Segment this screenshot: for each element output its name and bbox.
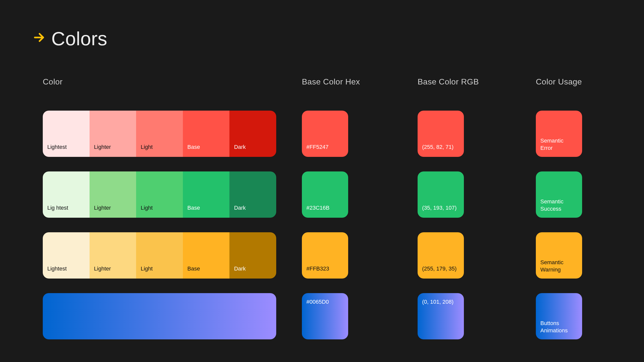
swatch-green-usage: SemanticSuccess	[536, 171, 582, 218]
shade-red-dark: Dark	[229, 111, 276, 157]
shade-green-base: Base	[183, 171, 230, 218]
shade-label: Dark	[234, 144, 246, 150]
rgb-value: (0, 101, 208)	[422, 299, 454, 305]
col-header-color: Color	[43, 77, 277, 86]
shade-label: Base	[187, 265, 200, 272]
swatch-gradient-usage: ButtonsAnimations	[536, 293, 582, 339]
shade-label: Lightest	[47, 265, 67, 272]
shade-yellow-lightest: Lightest	[43, 232, 90, 279]
palette-green: Lig htest Lighter Light Base Dark	[43, 171, 276, 218]
shade-label: Light	[141, 144, 153, 150]
usage-value: ButtonsAnimations	[540, 320, 568, 334]
shade-green-dark: Dark	[229, 171, 276, 218]
swatch-green-rgb: (35, 193, 107)	[418, 171, 464, 218]
shade-label: Base	[187, 205, 200, 211]
shade-green-lighter: Lighter	[90, 171, 136, 218]
shade-label: Base	[187, 144, 200, 150]
shade-label: Light	[141, 205, 153, 211]
shade-yellow-lighter: Lighter	[90, 232, 136, 279]
swatch-gradient-rgb: (0, 101, 208)	[418, 293, 464, 339]
swatch-green-hex: #23C16B	[302, 171, 348, 218]
swatch-red-hex: #FF5247	[302, 111, 348, 157]
shade-red-lightest: Lightest	[43, 111, 90, 157]
page-title: Colors	[51, 28, 107, 50]
swatch-red-rgb: (255, 82, 71)	[418, 111, 464, 157]
swatch-red-usage: SemanticError	[536, 111, 582, 157]
hex-value: #23C16B	[306, 205, 330, 211]
shade-yellow-light: Light	[136, 232, 183, 279]
arrow-right-icon	[33, 31, 45, 46]
hex-value: #0065D0	[306, 299, 329, 305]
shade-green-lightest: Lig htest	[43, 171, 90, 218]
shade-red-light: Light	[136, 111, 183, 157]
page-heading: Colors	[33, 28, 601, 50]
shade-red-base: Base	[183, 111, 230, 157]
hex-value: #FFB323	[306, 265, 329, 272]
shade-yellow-base: Base	[183, 232, 230, 279]
palette-yellow: Lightest Lighter Light Base Dark	[43, 232, 276, 279]
col-header-hex: Base Color Hex	[302, 77, 392, 86]
rgb-value: (255, 179, 35)	[422, 265, 457, 272]
swatch-yellow-usage: SemanticWarning	[536, 232, 582, 279]
shade-label: Lighter	[94, 265, 111, 272]
swatch-gradient-hex: #0065D0	[302, 293, 348, 339]
hex-value: #FF5247	[306, 144, 329, 150]
shade-label: Lighter	[94, 205, 111, 211]
shade-label: Lightest	[47, 144, 67, 150]
shade-label: Dark	[234, 265, 246, 272]
shade-yellow-dark: Dark	[229, 232, 276, 279]
swatch-yellow-rgb: (255, 179, 35)	[418, 232, 464, 279]
usage-value: SemanticError	[540, 137, 564, 152]
palette-red: Lightest Lighter Light Base Dark	[43, 111, 276, 157]
shade-label: Lig htest	[47, 205, 68, 211]
shade-red-lighter: Lighter	[90, 111, 136, 157]
shade-label: Light	[141, 265, 153, 272]
usage-value: SemanticWarning	[540, 259, 564, 274]
rgb-value: (255, 82, 71)	[422, 144, 454, 150]
rgb-value: (35, 193, 107)	[422, 205, 457, 211]
col-header-usage: Color Usage	[536, 77, 616, 86]
shade-label: Lighter	[94, 144, 111, 150]
shade-green-light: Light	[136, 171, 183, 218]
swatch-yellow-hex: #FFB323	[302, 232, 348, 279]
col-header-rgb: Base Color RGB	[418, 77, 511, 86]
usage-value: SemanticSuccess	[540, 198, 564, 213]
palette-gradient	[43, 293, 276, 339]
shade-label: Dark	[234, 205, 246, 211]
